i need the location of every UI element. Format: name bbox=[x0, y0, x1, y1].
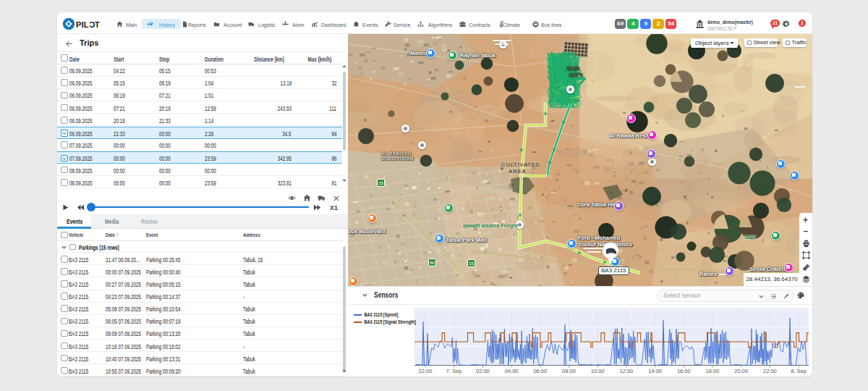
svg-text:06:00: 06:00 bbox=[533, 368, 547, 374]
svg-text:20:00: 20:00 bbox=[734, 368, 748, 374]
svg-text:10:00: 10:00 bbox=[591, 368, 605, 374]
svg-text:08:00: 08:00 bbox=[562, 368, 576, 374]
svg-text:22:00: 22:00 bbox=[763, 368, 777, 374]
svg-text:04:00: 04:00 bbox=[505, 368, 519, 374]
svg-text:16:00: 16:00 bbox=[677, 368, 691, 374]
svg-text:18:00: 18:00 bbox=[706, 368, 720, 374]
svg-text:22:00: 22:00 bbox=[419, 368, 433, 374]
svg-text:12:00: 12:00 bbox=[620, 368, 634, 374]
svg-text:7. Sep: 7. Sep bbox=[446, 368, 462, 374]
svg-text:14:00: 14:00 bbox=[648, 368, 662, 374]
svg-text:02:00: 02:00 bbox=[476, 368, 490, 374]
svg-text:8. Sep: 8. Sep bbox=[791, 368, 807, 374]
